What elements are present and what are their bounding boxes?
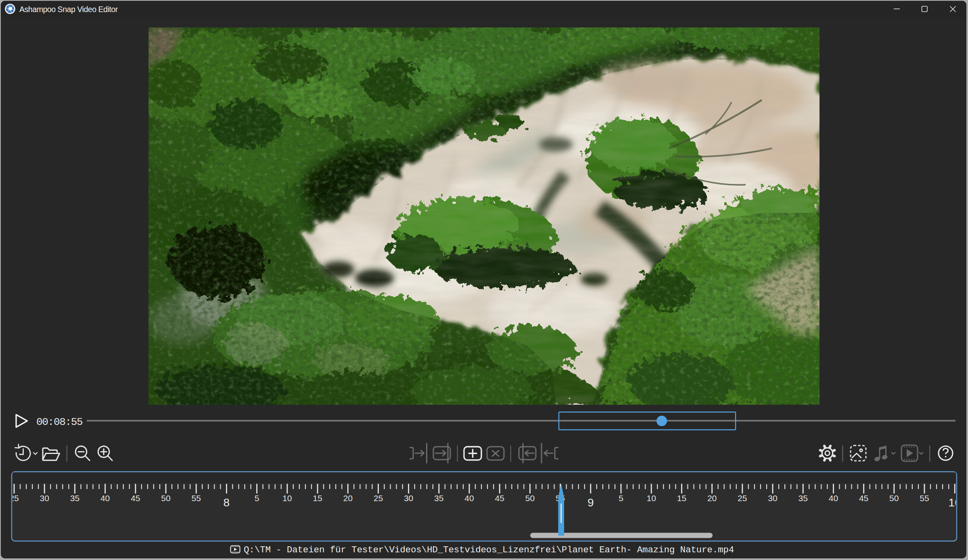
- svg-text:10: 10: [949, 496, 961, 509]
- svg-text:20: 20: [343, 493, 353, 503]
- svg-text:5: 5: [255, 493, 259, 503]
- svg-text:55: 55: [920, 493, 929, 503]
- svg-text:50: 50: [889, 493, 899, 503]
- svg-text:8: 8: [224, 496, 230, 509]
- svg-text:35: 35: [799, 493, 808, 503]
- svg-text:30: 30: [768, 493, 777, 503]
- svg-text:50: 50: [161, 493, 170, 503]
- svg-text:15: 15: [677, 493, 686, 503]
- svg-text:35: 35: [434, 493, 443, 503]
- svg-text:50: 50: [525, 493, 535, 503]
- svg-text:45: 45: [495, 493, 504, 503]
- svg-text:15: 15: [313, 493, 322, 503]
- svg-text:5: 5: [619, 493, 623, 503]
- svg-text:25: 25: [738, 493, 747, 503]
- svg-text:30: 30: [404, 493, 413, 503]
- svg-text:20: 20: [707, 493, 717, 503]
- svg-text:25: 25: [9, 493, 19, 503]
- svg-text:40: 40: [464, 493, 474, 503]
- svg-text:25: 25: [374, 493, 383, 503]
- svg-text:55: 55: [192, 493, 201, 503]
- svg-text:10: 10: [647, 493, 656, 503]
- svg-text:45: 45: [859, 493, 868, 503]
- svg-text:35: 35: [70, 493, 79, 503]
- svg-text:9: 9: [587, 496, 594, 509]
- svg-text:40: 40: [100, 493, 110, 503]
- svg-text:10: 10: [282, 493, 292, 503]
- svg-text:30: 30: [40, 493, 49, 503]
- svg-text:45: 45: [131, 493, 140, 503]
- svg-text:40: 40: [829, 493, 838, 503]
